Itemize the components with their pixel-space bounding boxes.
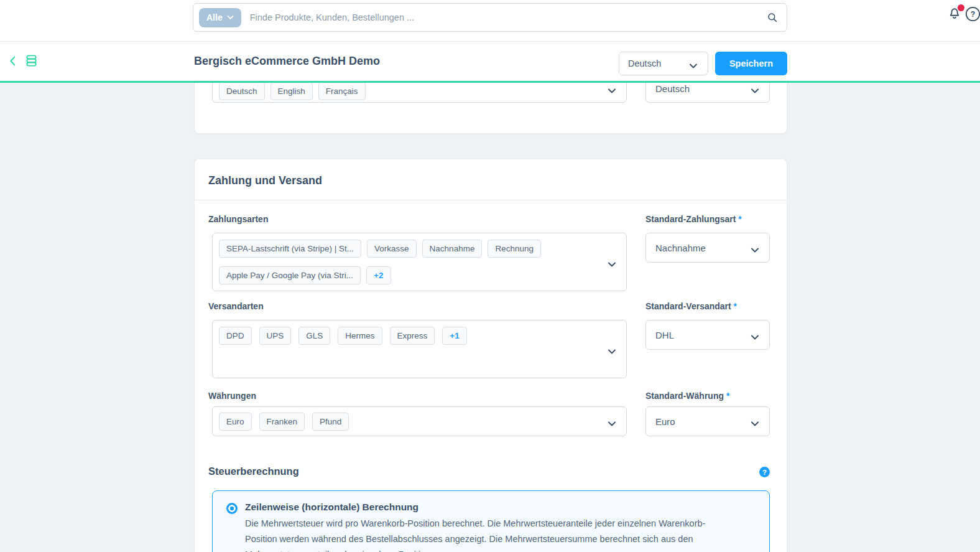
- payment-shipping-card: Zahlung und Versand Zahlungsarten SEPA-L…: [194, 159, 787, 552]
- payment-methods-multiselect[interactable]: SEPA-Lastschrift (via Stripe) | St... Vo…: [212, 233, 627, 291]
- chevron-down-icon: [608, 346, 616, 357]
- back-icon[interactable]: [6, 54, 20, 68]
- more-items-badge[interactable]: +1: [442, 327, 466, 345]
- header-language-select[interactable]: Deutsch: [619, 52, 708, 75]
- help-icon[interactable]: ?: [964, 6, 980, 22]
- divider: [195, 200, 787, 200]
- svg-text:?: ?: [971, 10, 976, 19]
- chevron-down-icon: [751, 85, 759, 96]
- chevron-down-icon: [689, 60, 698, 72]
- notifications-bell-icon[interactable]: [946, 5, 964, 22]
- language-tag[interactable]: English: [270, 82, 313, 100]
- radio-selected[interactable]: [226, 503, 238, 514]
- tax-help-icon[interactable]: ?: [759, 467, 770, 477]
- default-currency-label: Standard-Währung *: [645, 391, 729, 401]
- tax-option-horizontal[interactable]: Zeilenweise (horizontale) Berechnung Die…: [212, 490, 770, 552]
- shipping-tag[interactable]: DPD: [219, 327, 252, 345]
- currency-tag[interactable]: Franken: [259, 413, 305, 431]
- chevron-down-icon: [751, 418, 759, 429]
- more-items-badge[interactable]: +2: [366, 266, 391, 284]
- chevron-down-icon: [608, 259, 616, 270]
- save-button[interactable]: Speichern: [715, 52, 787, 75]
- default-currency-select[interactable]: Euro: [645, 406, 770, 436]
- chevron-down-icon: [608, 418, 616, 429]
- default-shipping-select[interactable]: DHL: [645, 320, 770, 350]
- search-scope-button[interactable]: Alle: [199, 8, 241, 27]
- tax-option-title: Zeilenweise (horizontale) Berechnung: [245, 502, 418, 513]
- currency-tag[interactable]: Euro: [219, 413, 252, 431]
- default-payment-label: Standard-Zahlungsart *: [645, 214, 742, 224]
- shipping-tag[interactable]: Hermes: [338, 327, 382, 345]
- shipping-tag[interactable]: UPS: [259, 327, 292, 345]
- search-scope-label: Alle: [206, 12, 223, 22]
- topbar: Alle ?: [0, 0, 980, 42]
- card-title: Zahlung und Versand: [208, 174, 322, 187]
- shipping-methods-multiselect[interactable]: DPD UPS GLS Hermes Express +1: [212, 320, 627, 378]
- notification-dot: [958, 4, 964, 11]
- currency-tag[interactable]: Pfund: [312, 413, 349, 431]
- shopware-admin-sales-channel-page: Deutsch English Français Deutsch Zahlung…: [0, 0, 980, 552]
- chevron-down-icon: [751, 332, 759, 343]
- sales-channel-icon[interactable]: [24, 54, 39, 68]
- language-tag[interactable]: Français: [318, 82, 366, 100]
- search-icon[interactable]: [767, 12, 778, 23]
- chevron-down-icon: [227, 15, 234, 20]
- accent-divider: [0, 81, 980, 83]
- payment-tag[interactable]: SEPA-Lastschrift (via Stripe) | St...: [219, 240, 361, 258]
- default-shipping-label: Standard-Versandart *: [645, 301, 737, 311]
- shipping-tag[interactable]: GLS: [298, 327, 330, 345]
- payment-methods-label: Zahlungsarten: [208, 214, 268, 224]
- chevron-down-icon: [751, 245, 759, 256]
- language-tag[interactable]: Deutsch: [219, 82, 265, 100]
- global-search: Alle: [193, 3, 787, 32]
- payment-tag[interactable]: Rechnung: [488, 240, 541, 258]
- shipping-tag[interactable]: Express: [390, 327, 435, 345]
- page-header: Bergisch eCommerce GmbH Demo Deutsch Spe…: [0, 42, 980, 81]
- payment-tag[interactable]: Vorkasse: [367, 240, 417, 258]
- chevron-down-icon: [608, 85, 616, 96]
- page-title: Bergisch eCommerce GmbH Demo: [194, 55, 380, 68]
- currencies-label: Währungen: [208, 391, 256, 401]
- search-input[interactable]: [241, 12, 767, 22]
- currencies-multiselect[interactable]: Euro Franken Pfund: [212, 406, 627, 436]
- payment-tag[interactable]: Apple Pay / Google Pay (via Stri...: [219, 266, 361, 284]
- payment-tag[interactable]: Nachnahme: [422, 240, 483, 258]
- default-payment-select[interactable]: Nachnahme: [645, 233, 770, 263]
- tax-option-description: Die Mehrwertsteuer wird pro Warenkorb-Po…: [245, 516, 729, 552]
- topbar-icons: [946, 5, 964, 22]
- tax-calculation-heading: Steuerberechnung: [208, 465, 299, 477]
- shipping-methods-label: Versandarten: [208, 301, 264, 311]
